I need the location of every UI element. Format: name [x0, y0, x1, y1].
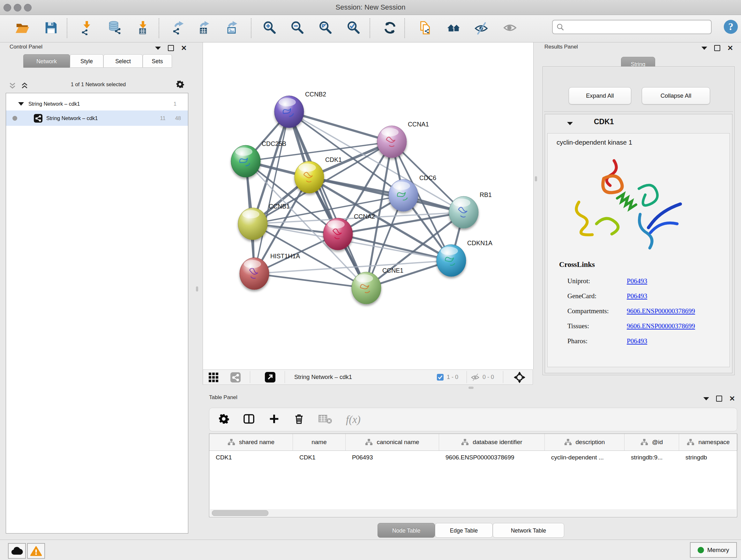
- zoom-fit-button[interactable]: [317, 19, 334, 36]
- table-row[interactable]: CDK1CDK1P064939606.ENSP00000378699cyclin…: [209, 451, 737, 464]
- refresh-button[interactable]: [382, 19, 398, 36]
- network-row-selected[interactable]: String Network – cdk1 11 48: [6, 111, 188, 126]
- collapse-all-tree-icon[interactable]: [8, 81, 18, 90]
- expand-all-button[interactable]: Expand All: [569, 87, 631, 105]
- node-CCNB1[interactable]: CCNB1: [238, 203, 290, 240]
- column-header-namespace[interactable]: namespace: [679, 434, 738, 450]
- column-header-canonical-name[interactable]: canonical name: [346, 434, 439, 450]
- node-CCNB2[interactable]: CCNB2: [274, 91, 326, 128]
- collapse-panel-icon[interactable]: [155, 47, 161, 50]
- edge-CCNB2-HIST1H1A[interactable]: [254, 112, 289, 273]
- float-panel-icon[interactable]: [716, 395, 722, 401]
- column-header-description[interactable]: description: [545, 434, 624, 450]
- string-network-graph[interactable]: CCNB2 CCNA1 CDC25B CDK1 CDC6 RB1 CCNB1 C…: [203, 43, 533, 369]
- share-view-icon[interactable]: [230, 372, 241, 384]
- left-splitter-handle[interactable]: [196, 287, 198, 292]
- tab-select[interactable]: Select: [104, 54, 143, 68]
- float-panel-icon[interactable]: [714, 45, 720, 51]
- network-collection-row[interactable]: String Network – cdk1 1: [6, 97, 188, 111]
- import-network-button[interactable]: [78, 19, 95, 36]
- home-view-button[interactable]: [446, 19, 462, 36]
- export-image-button[interactable]: [224, 19, 241, 36]
- search-input[interactable]: [567, 23, 711, 30]
- zoom-in-button[interactable]: [261, 19, 278, 36]
- crosslink-link[interactable]: P06493: [627, 292, 647, 300]
- open-in-new-window-icon[interactable]: [265, 372, 275, 384]
- control-panel: Control Panel ✕ NetworkStyleSelectSets 1…: [3, 43, 192, 536]
- cell-namespace[interactable]: stringdb: [679, 454, 738, 461]
- zoom-selected-button[interactable]: [345, 19, 362, 36]
- node-table[interactable]: shared namenamecanonical namedatabase id…: [209, 434, 737, 517]
- cell-shared-name[interactable]: CDK1: [209, 454, 293, 461]
- edge-CCNB2-RB1[interactable]: [289, 112, 464, 212]
- table-hscrollbar[interactable]: [210, 509, 736, 516]
- table-settings-gear-icon[interactable]: [218, 414, 229, 426]
- import-database-button[interactable]: [107, 19, 123, 36]
- add-column-icon[interactable]: [269, 414, 280, 426]
- toolbar-separator: [369, 18, 370, 38]
- edge-CCNB2-CCNE1[interactable]: [289, 112, 366, 288]
- collapse-panel-icon[interactable]: [701, 47, 707, 50]
- save-session-button[interactable]: [43, 19, 59, 36]
- gene-description: cyclin-dependent kinase 1: [556, 138, 632, 146]
- expand-all-tree-icon[interactable]: [20, 81, 30, 90]
- edge-CCNB2-CCNA1[interactable]: [289, 112, 392, 142]
- network-collection-label: String Network – cdk1: [28, 101, 80, 107]
- cell-@id[interactable]: stringdb:9...: [624, 454, 679, 461]
- close-panel-icon[interactable]: ✕: [727, 46, 733, 51]
- cloud-status-button[interactable]: [8, 543, 26, 559]
- fit-selected-crosshair-icon[interactable]: [513, 371, 526, 385]
- tab-network-table[interactable]: Network Table: [493, 523, 564, 538]
- help-button[interactable]: ?: [724, 19, 738, 34]
- crosslink-link[interactable]: 9606.ENSP00000378699: [627, 322, 695, 330]
- node-RB1[interactable]: RB1: [449, 191, 492, 228]
- delete-column-trash-icon[interactable]: [293, 414, 305, 426]
- collapse-gene-icon[interactable]: [567, 122, 573, 125]
- edge-HIST1H1A-CCNE1[interactable]: [254, 273, 366, 288]
- cell-database-identifier[interactable]: 9606.ENSP00000378699: [439, 454, 545, 461]
- column-header-shared-name[interactable]: shared name: [209, 434, 293, 450]
- export-network-button[interactable]: [171, 19, 187, 36]
- grid-view-icon[interactable]: [209, 373, 218, 383]
- column-header-name[interactable]: name: [293, 434, 346, 450]
- close-panel-icon[interactable]: ✕: [729, 396, 735, 401]
- close-panel-icon[interactable]: ✕: [181, 46, 187, 51]
- crosslink-link[interactable]: 9606.ENSP00000378699: [627, 307, 695, 315]
- memory-button[interactable]: Memory: [690, 542, 737, 558]
- cell-description[interactable]: cyclin-dependent ...: [545, 454, 624, 461]
- results-panel-title: Results Panel: [544, 44, 578, 50]
- node-CDKN1A[interactable]: CDKN1A: [436, 240, 492, 276]
- collapse-panel-icon[interactable]: [703, 397, 709, 400]
- selected-checkbox-icon[interactable]: [436, 374, 444, 382]
- network-canvas[interactable]: CCNB2 CCNA1 CDC25B CDK1 CDC6 RB1 CCNB1 C…: [203, 43, 534, 369]
- select-columns-icon[interactable]: [243, 413, 255, 426]
- column-header-@id[interactable]: @id: [624, 434, 679, 450]
- tab-style[interactable]: Style: [70, 54, 104, 68]
- collapse-all-button[interactable]: Collapse All: [642, 87, 710, 105]
- cell-name[interactable]: CDK1: [293, 454, 346, 461]
- tab-network[interactable]: Network: [23, 54, 70, 68]
- warnings-button[interactable]: [27, 543, 45, 559]
- zoom-out-button[interactable]: [289, 19, 306, 36]
- crosslink-link[interactable]: P06493: [627, 337, 647, 345]
- export-table-button[interactable]: [196, 19, 212, 36]
- cell-canonical-name[interactable]: P06493: [346, 454, 439, 461]
- hscrollbar-thumb[interactable]: [212, 510, 268, 516]
- column-header-database-identifier[interactable]: database identifier: [439, 434, 545, 450]
- crosslink-link[interactable]: P06493: [627, 277, 647, 285]
- tree-expand-icon[interactable]: [18, 102, 24, 106]
- clone-network-button[interactable]: [417, 19, 433, 36]
- node-CCNA1[interactable]: CCNA1: [377, 121, 429, 158]
- tab-node-table[interactable]: Node Table: [378, 523, 435, 538]
- tab-edge-table[interactable]: Edge Table: [435, 523, 493, 538]
- show-view-icon: [502, 20, 517, 35]
- search-input-wrap[interactable]: [552, 20, 712, 34]
- network-options-gear-icon[interactable]: [176, 80, 184, 90]
- hide-toggle-button[interactable]: [473, 19, 489, 36]
- show-view-button[interactable]: [502, 19, 518, 36]
- tab-sets[interactable]: Sets: [143, 54, 172, 68]
- import-table-button[interactable]: [135, 19, 151, 36]
- open-session-button[interactable]: [14, 19, 30, 36]
- float-panel-icon[interactable]: [168, 45, 174, 51]
- right-splitter-handle[interactable]: [535, 176, 537, 181]
